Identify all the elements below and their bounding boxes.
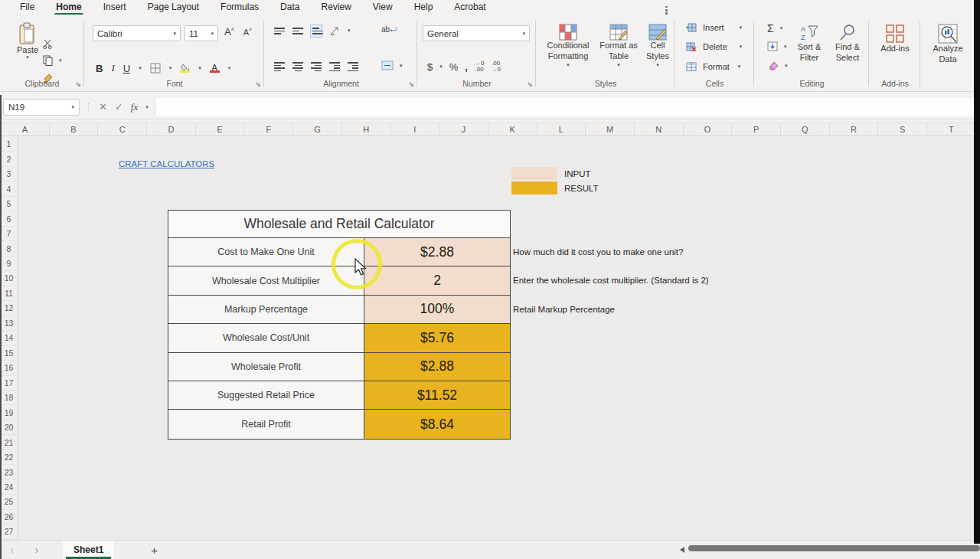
- analyze-data-button[interactable]: Analyze Data: [929, 24, 967, 65]
- fill-color-button[interactable]: [180, 64, 190, 73]
- row-header-27[interactable]: 27: [0, 525, 18, 539]
- format-as-table-button[interactable]: Format as Table ▾: [596, 24, 641, 68]
- column-header-A[interactable]: A: [1, 123, 50, 136]
- wrap-text-button[interactable]: ab⮐: [381, 25, 397, 34]
- row-header-14[interactable]: 14: [0, 331, 18, 345]
- align-top-button[interactable]: [274, 26, 285, 36]
- row-header-22[interactable]: 22: [0, 450, 18, 465]
- column-header-T[interactable]: T: [927, 123, 976, 136]
- accounting-format-button[interactable]: $: [427, 61, 433, 73]
- menu-tab-insert[interactable]: Insert: [94, 0, 136, 15]
- bold-button[interactable]: B: [96, 63, 103, 74]
- formula-input[interactable]: [155, 98, 980, 116]
- row-header-19[interactable]: 19: [0, 405, 18, 420]
- column-header-P[interactable]: P: [732, 123, 781, 136]
- autosum-button[interactable]: Σ▾: [767, 22, 782, 34]
- row-value-cell-input[interactable]: 100%: [364, 296, 510, 323]
- column-header-N[interactable]: N: [635, 123, 684, 136]
- font-color-button[interactable]: A: [210, 64, 220, 73]
- row-header-1[interactable]: 1: [0, 137, 18, 152]
- row-header-25[interactable]: 25: [0, 495, 18, 509]
- row-label-cell[interactable]: Wholesale Cost Multiplier: [168, 266, 364, 294]
- row-value-cell-result[interactable]: $8.64: [364, 410, 510, 438]
- menu-tab-help[interactable]: Help: [405, 0, 443, 15]
- row-header-10[interactable]: 10: [0, 271, 18, 286]
- insert-cells-button[interactable]: Insert ▾: [686, 23, 742, 32]
- format-cells-button[interactable]: Format ▾: [686, 62, 740, 71]
- paste-button[interactable]: Paste ▾: [17, 22, 38, 60]
- copy-button[interactable]: ▾: [43, 55, 62, 66]
- increase-indent-button[interactable]: [348, 60, 358, 73]
- menu-tab-acrobat[interactable]: Acrobat: [445, 0, 495, 15]
- font-dialog-launcher[interactable]: ⇘: [255, 80, 261, 88]
- clear-button[interactable]: ▾: [767, 60, 788, 70]
- increase-decimal-button[interactable]: ←0.00: [475, 60, 484, 73]
- column-header-B[interactable]: B: [50, 123, 99, 136]
- clipboard-dialog-launcher[interactable]: ⇘: [75, 80, 81, 88]
- percent-style-button[interactable]: %: [449, 61, 459, 73]
- row-header-11[interactable]: 11: [0, 286, 18, 301]
- row-header-4[interactable]: 4: [0, 181, 18, 196]
- row-header-6[interactable]: 6: [0, 211, 18, 226]
- conditional-formatting-button[interactable]: Conditional Formatting ▾: [543, 24, 593, 68]
- enter-icon[interactable]: ✓: [115, 101, 123, 113]
- number-dialog-launcher[interactable]: ⇘: [527, 80, 533, 88]
- column-header-D[interactable]: D: [147, 123, 196, 136]
- cut-button[interactable]: [43, 38, 54, 49]
- menu-tab-formulas[interactable]: Formulas: [211, 0, 268, 15]
- row-header-3[interactable]: 3: [0, 167, 18, 181]
- row-header-17[interactable]: 17: [0, 376, 18, 391]
- align-bottom-button[interactable]: [311, 25, 322, 37]
- hscroll-left-arrow-icon[interactable]: [680, 547, 684, 553]
- cancel-icon[interactable]: ✕: [99, 101, 107, 113]
- row-label-cell[interactable]: Retail Profit: [168, 410, 364, 438]
- row-header-13[interactable]: 13: [0, 316, 18, 331]
- new-sheet-button[interactable]: +: [151, 544, 158, 557]
- row-value-cell-result[interactable]: $11.52: [364, 381, 510, 409]
- column-header-S[interactable]: S: [878, 123, 927, 136]
- column-header-Q[interactable]: Q: [781, 123, 830, 136]
- merge-center-button[interactable]: ▾: [381, 60, 403, 70]
- fill-button[interactable]: ▾: [767, 41, 787, 51]
- decrease-indent-button[interactable]: [329, 60, 340, 73]
- row-header-21[interactable]: 21: [0, 435, 18, 449]
- row-label-cell[interactable]: Wholesale Cost/Unit: [168, 324, 364, 351]
- row-header-18[interactable]: 18: [0, 391, 18, 405]
- align-middle-button[interactable]: [292, 26, 303, 36]
- delete-cells-button[interactable]: Delete ▾: [686, 42, 742, 51]
- prev-sheet-icon[interactable]: ‹: [0, 544, 24, 556]
- sheet-tab[interactable]: Sheet1: [63, 541, 114, 559]
- cell-styles-button[interactable]: Cell Styles ▾: [642, 24, 673, 68]
- row-value-cell-result[interactable]: $2.88: [364, 353, 510, 381]
- decrease-font-button[interactable]: A˅: [243, 27, 252, 37]
- underline-button[interactable]: U: [123, 63, 130, 74]
- font-size-select[interactable]: 11▾: [185, 25, 218, 41]
- row-header-23[interactable]: 23: [0, 465, 18, 479]
- align-right-button[interactable]: [311, 60, 322, 73]
- menu-tab-data[interactable]: Data: [271, 0, 309, 15]
- row-header-16[interactable]: 16: [0, 361, 18, 375]
- column-header-J[interactable]: J: [439, 123, 488, 136]
- menu-tab-file[interactable]: File: [11, 0, 44, 15]
- column-header-O[interactable]: O: [684, 123, 733, 136]
- row-label-cell[interactable]: Wholesale Profit: [168, 353, 364, 381]
- row-label-cell[interactable]: Suggested Retail Price: [168, 381, 364, 409]
- row-label-cell[interactable]: Markup Percentage: [168, 296, 364, 323]
- decrease-decimal-button[interactable]: .00→0: [491, 60, 500, 73]
- font-name-select[interactable]: Calibri▾: [93, 25, 181, 41]
- column-header-H[interactable]: H: [342, 123, 391, 136]
- column-header-R[interactable]: R: [830, 123, 879, 136]
- row-label-cell[interactable]: Cost to Make One Unit: [168, 238, 364, 266]
- row-header-8[interactable]: 8: [0, 241, 18, 256]
- number-format-select[interactable]: General▾: [423, 25, 530, 41]
- row-header-2[interactable]: 2: [0, 152, 18, 166]
- column-header-L[interactable]: L: [537, 123, 586, 136]
- insert-function-icon[interactable]: fx: [131, 101, 138, 113]
- italic-button[interactable]: I: [111, 62, 114, 74]
- column-header-M[interactable]: M: [586, 123, 635, 136]
- row-value-cell-input[interactable]: 2: [364, 266, 510, 294]
- horizontal-scrollbar-thumb[interactable]: [688, 545, 980, 551]
- row-header-15[interactable]: 15: [0, 346, 18, 361]
- row-header-5[interactable]: 5: [0, 197, 18, 211]
- addins-button[interactable]: Add-ins: [877, 24, 913, 54]
